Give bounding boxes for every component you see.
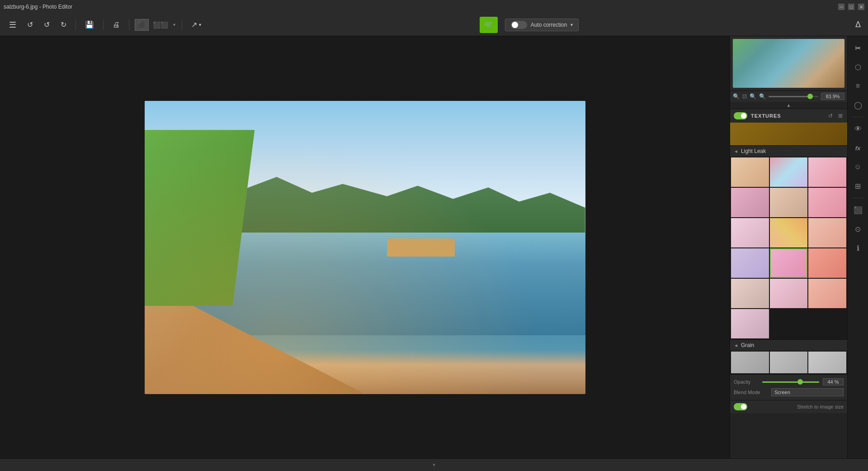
fx-button[interactable]: fx [850,140,866,156]
sliders-button[interactable]: ≡ [850,78,866,94]
light-leak-cell-15[interactable] [808,279,846,308]
grain-cell-3[interactable] [808,352,846,373]
zoom-slider[interactable] [769,96,818,97]
print-button[interactable]: 🖨 [109,19,123,31]
zoom-value[interactable]: 83.9% [821,93,844,100]
light-leak-grid [730,157,847,339]
face-button[interactable]: ☺ [850,159,866,175]
textures-grid-button[interactable]: ⊞ [837,112,844,120]
title-bar: salzburg-6.jpg - Photo Editor ─ □ ✕ [0,0,868,14]
texture-preview [730,123,847,145]
layout-split-button[interactable]: ⬛⬛ [150,19,171,31]
light-leak-cell-9[interactable] [808,218,846,247]
blend-mode-select[interactable]: Screen Normal Multiply Overlay Soft Ligh… [771,388,844,396]
share-icon: ↗ [191,20,197,29]
adjust-icon: ⬡ [855,63,861,71]
bottom-expand-icon[interactable]: ▼ [432,462,436,467]
canvas-area[interactable] [0,36,730,458]
light-leak-cell-5[interactable] [770,188,808,217]
redo-button[interactable]: ↻ [57,19,70,31]
save-button[interactable]: 💾 [81,19,98,31]
grain-header[interactable]: ◄ Grain [730,339,847,351]
auto-correction-label: Auto correction [531,22,567,28]
collapse-arrow[interactable]: ▲ [730,102,847,109]
icon-panel-divider-1 [851,117,865,117]
zoom-extra-icon[interactable]: 🔍 [759,93,766,100]
clone-button[interactable]: ⊙ [850,221,866,237]
window-title: salzburg-6.jpg - Photo Editor [4,4,72,10]
light-leak-cell-6[interactable] [808,188,846,217]
layout-group: ⬛ ⬛⬛ ▾ [135,19,176,31]
opacity-slider[interactable] [762,381,819,383]
zoom-in-icon[interactable]: 🔍 [750,93,756,100]
share-button[interactable]: ↗ ▾ [188,19,205,31]
hamburger-button[interactable]: ☰ [5,18,20,32]
light-leak-cell-14[interactable] [770,279,808,308]
bottom-bar: ▼ [0,458,868,471]
grain-cell-2[interactable] [770,352,808,373]
light-leak-cell-1[interactable] [731,157,769,187]
auto-correction-dropdown-icon: ▾ [571,22,573,27]
layers-button[interactable]: ⬛ [850,202,866,218]
crop-button[interactable]: ✂ [850,40,866,56]
light-leak-arrow: ◄ [734,149,738,154]
delta-icon: Δ [855,20,861,29]
auto-correction-toggle[interactable] [511,21,527,29]
cart-icon: 🛒 [484,20,493,29]
textures-reset-button[interactable]: ↺ [827,112,834,120]
grain-cell-1[interactable] [731,352,769,373]
scene-warm-overlay [145,101,585,394]
zoom-fit-icon[interactable]: ⊡ [742,93,747,100]
blend-mode-label: Blend Mode [734,390,768,395]
opacity-thumb[interactable] [797,379,803,385]
light-leak-cell-13[interactable] [731,279,769,308]
light-leak-cell-4[interactable] [731,188,769,217]
light-leak-header[interactable]: ◄ Light Leak [730,145,847,157]
stretch-row: Stretch to image size [730,400,847,413]
photo-canvas [145,101,585,394]
zoom-out-icon[interactable]: 🔍 [733,93,740,100]
close-button[interactable]: ✕ [858,4,864,10]
info-button[interactable]: ℹ [850,240,866,256]
opacity-value[interactable]: 44 % [823,378,844,385]
icon-panel-divider-2 [851,198,865,198]
maximize-button[interactable]: □ [848,4,854,10]
textures-header: TEXTURES ↺ ⊞ [730,109,847,123]
redo-icon: ↻ [61,20,66,29]
info-icon: ℹ [857,244,859,252]
stretch-toggle[interactable] [734,403,747,410]
light-leak-cell-7[interactable] [731,218,769,247]
cart-button[interactable]: 🛒 [480,17,498,33]
zoom-slider-track [769,96,808,97]
auto-correction-button[interactable]: Auto correction ▾ [505,19,579,31]
icon-panel: ✂ ⬡ ≡ ◯ 👁 fx ☺ ⊞ ⬛ ⊙ ℹ [847,36,868,458]
zoom-slider-thumb[interactable] [807,94,813,99]
light-leak-cell-3[interactable] [808,157,846,187]
layout-dropdown-button[interactable]: ▾ [172,22,176,27]
light-leak-cell-2[interactable] [770,157,808,187]
grain-grid [730,351,847,374]
opacity-row: Opacity 44 % [734,378,844,385]
layout-single-button[interactable]: ⬛ [135,19,149,31]
eye-button[interactable]: 👁 [850,121,866,137]
light-leak-cell-11[interactable] [770,248,808,278]
undo-button[interactable]: ↺ [24,19,37,31]
print-icon: 🖨 [113,21,120,29]
undo2-icon: ↺ [44,20,50,29]
textures-label: TEXTURES [751,113,781,119]
lasso-button[interactable]: ◯ [850,97,866,113]
textures-toggle[interactable] [734,112,747,119]
opacity-section: Opacity 44 % Blend Mode Screen Normal Mu… [730,374,847,400]
delta-button[interactable]: Δ [854,18,863,31]
separator-1 [75,19,76,30]
undo2-button[interactable]: ↺ [40,19,53,31]
light-leak-cell-12[interactable] [808,248,846,278]
minimize-button[interactable]: ─ [838,4,844,10]
light-leak-cell-10[interactable] [731,248,769,278]
adjust-button[interactable]: ⬡ [850,59,866,75]
grid2-button[interactable]: ⊞ [850,178,866,194]
light-leak-cell-16[interactable] [731,309,769,338]
opacity-label: Opacity [734,379,759,385]
main-content: 🔍 ⊡ 🔍 🔍 83.9% ▲ TEXTURES ↺ ⊞ ◄ Light Lea… [0,36,868,458]
light-leak-cell-8[interactable] [770,218,808,247]
